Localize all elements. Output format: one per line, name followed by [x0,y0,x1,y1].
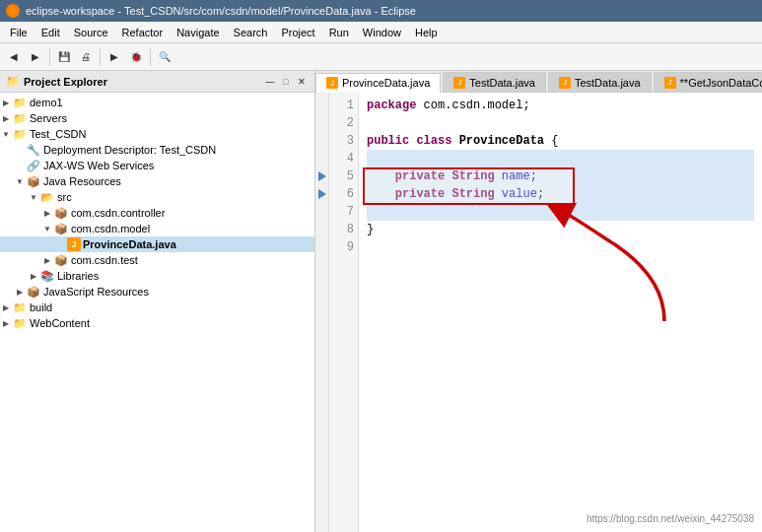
code-line-3: public class ProvinceData { [367,132,754,150]
toolbar-sep-3 [150,48,151,66]
tree-item-java-resources[interactable]: ▼📦Java Resources [0,173,314,189]
tree-arrow-libraries[interactable]: ▶ [28,270,39,282]
tree-icon-demo1: 📁 [12,96,28,109]
tree-label-servers: Servers [28,112,67,124]
tab-provincedata[interactable]: JProvinceData.java [315,73,441,93]
gutter-line-2 [315,114,328,132]
tree-item-libraries[interactable]: ▶📚Libraries [0,268,314,284]
menu-help[interactable]: Help [409,26,444,39]
editor-area: JProvinceData.javaJTestData.javaJTestDat… [315,71,762,532]
bookmark-arrow-6 [318,189,326,199]
code-line-1: package com.csdn.model; [367,97,754,114]
token-plain [409,132,416,150]
tree-item-build[interactable]: ▶📁build [0,299,314,315]
window-title: eclipse-workspace - Test_CSDN/src/com/cs… [26,5,416,17]
token-plain: { [544,132,558,150]
token-kw: private [395,185,445,203]
tree-item-provincedata[interactable]: JProvinceData.java [0,236,314,252]
tree-arrow-webcontent[interactable]: ▶ [0,317,12,329]
gutter-line-7 [315,203,328,221]
token-plain [445,185,451,203]
tree-item-servers[interactable]: ▶📁Servers [0,110,314,126]
tree-item-js-resources[interactable]: ▶📦JavaScript Resources [0,284,314,299]
menu-file[interactable]: File [4,26,34,39]
code-editor[interactable]: 123456789 package com.csdn.model; public… [315,93,762,532]
tree-arrow-js-resources[interactable]: ▶ [14,286,26,298]
tree-arrow-jaxws[interactable] [14,160,26,171]
menu-project[interactable]: Project [275,26,320,39]
menu-window[interactable]: Window [357,26,407,39]
tab-tab2[interactable]: JTestData.java [548,72,652,92]
tree-arrow-model[interactable]: ▼ [41,223,53,234]
tree-arrow-deployment[interactable] [14,144,26,156]
tree-icon-js-resources: 📦 [26,285,41,299]
project-explorer-header: 📁 Project Explorer — □ ✕ [0,71,314,93]
tree-arrow-test[interactable]: ▶ [41,254,53,266]
tree-icon-test: 📦 [53,253,69,267]
tree-item-jaxws[interactable]: 🔗JAX-WS Web Services [0,158,314,173]
tree-label-demo1: demo1 [28,97,63,108]
gutter-line-5 [315,167,328,185]
tree-item-test-csdn[interactable]: ▼📁Test_CSDN [0,126,314,142]
tree-arrow-src[interactable]: ▼ [28,191,39,203]
token-plain [451,132,458,150]
tree-label-provincedata: ProvinceData.java [81,238,176,250]
toolbar: ◀ ▶ 💾 🖨 ▶ 🐞 🔍 [0,43,762,71]
code-line-2 [367,114,754,132]
project-tree: ▶📁demo1▶📁Servers▼📁Test_CSDN 🔧Deployment … [0,93,314,532]
token-classname: ProvinceData [459,132,544,150]
tree-icon-java-resources: 📦 [26,174,41,188]
token-kw: private [395,167,445,185]
menu-search[interactable]: Search [228,26,274,39]
toolbar-debug[interactable]: 🐞 [126,47,146,67]
tab-tab3[interactable]: J**GetJsonDataCon... [654,72,762,92]
tree-arrow-controller[interactable]: ▶ [41,207,53,219]
tree-item-test[interactable]: ▶📦com.csdn.test [0,252,314,268]
tree-icon-src: 📂 [39,190,55,204]
tree-arrow-provincedata[interactable] [55,238,67,250]
tree-arrow-test-csdn[interactable]: ▼ [0,128,12,140]
tab-tab1[interactable]: JTestData.java [443,72,546,92]
sidebar-maximize-btn[interactable]: □ [279,75,293,89]
line-number-6: 6 [329,185,354,203]
code-line-8: } [367,221,754,238]
tree-item-controller[interactable]: ▶📦com.csdn.controller [0,205,314,221]
menu-refactor[interactable]: Refactor [116,26,170,39]
tree-item-deployment[interactable]: 🔧Deployment Descriptor: Test_CSDN [0,142,314,158]
tree-item-src[interactable]: ▼📂src [0,189,314,205]
toolbar-search[interactable]: 🔍 [155,47,174,67]
tree-label-jaxws: JAX-WS Web Services [41,160,154,171]
project-explorer-icon: 📁 [6,75,20,88]
menu-source[interactable]: Source [68,26,114,39]
tree-arrow-demo1[interactable]: ▶ [0,97,12,108]
tree-arrow-java-resources[interactable]: ▼ [14,175,26,187]
tree-arrow-build[interactable]: ▶ [0,301,12,313]
main-layout: 📁 Project Explorer — □ ✕ ▶📁demo1▶📁Server… [0,71,762,532]
toolbar-print[interactable]: 🖨 [76,47,96,67]
tab-label-tab1: TestData.java [469,77,535,89]
toolbar-run[interactable]: ▶ [104,47,124,67]
toolbar-forward[interactable]: ▶ [26,47,45,67]
line-number-2: 2 [329,114,354,132]
tree-arrow-servers[interactable]: ▶ [0,112,12,124]
menu-run[interactable]: Run [323,26,355,39]
sidebar-minimize-btn[interactable]: — [263,75,277,89]
gutter-line-1 [315,97,328,114]
menu-navigate[interactable]: Navigate [171,26,225,39]
tree-item-model[interactable]: ▼📦com.csdn.model [0,221,314,236]
menu-edit[interactable]: Edit [35,26,66,39]
gutter-line-9 [315,238,328,256]
sidebar-close-btn[interactable]: ✕ [295,75,309,89]
bookmark-gutter [315,93,329,532]
code-line-7 [367,203,754,221]
tree-item-demo1[interactable]: ▶📁demo1 [0,95,314,110]
code-content[interactable]: package com.csdn.model; public class Pro… [359,93,762,532]
tree-icon-libraries: 📚 [39,269,55,283]
toolbar-back[interactable]: ◀ [4,47,24,67]
token-plain [495,167,502,185]
line-numbers: 123456789 [329,93,359,532]
toolbar-save[interactable]: 💾 [54,47,74,67]
tree-item-webcontent[interactable]: ▶📁WebContent [0,315,314,331]
tree-label-webcontent: WebContent [28,317,90,329]
line-number-3: 3 [329,132,354,150]
